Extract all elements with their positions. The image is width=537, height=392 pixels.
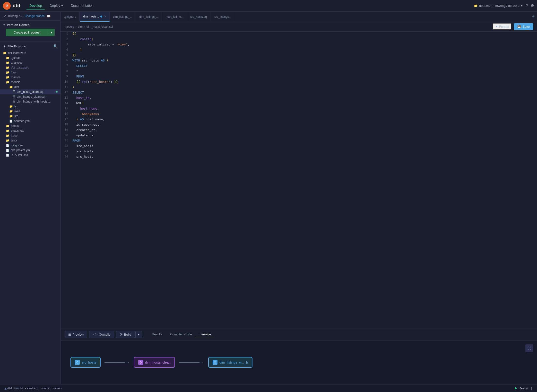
breadcrumb-actions: ✦ Format 💾 Save [493, 23, 533, 30]
tree-logs-label: logs [11, 71, 16, 74]
tree-github[interactable]: 📁 .github [0, 55, 61, 60]
tree-macros[interactable]: 📁 macros [0, 75, 61, 80]
folder-icon: 📁 [6, 66, 9, 69]
tree-analyses-label: analyses [11, 61, 22, 64]
tree-models[interactable]: 📁 models [0, 80, 61, 85]
compile-label: Compile [99, 333, 111, 336]
code-line-21: 21 FROM [61, 139, 537, 144]
breadcrumb-models[interactable]: models [65, 25, 74, 28]
branch-book-icon[interactable]: 📖 [46, 14, 51, 18]
version-control-header[interactable]: ▼ Version Control [3, 23, 58, 27]
nav-develop[interactable]: Develop [26, 2, 45, 9]
lineage-fullscreen-button[interactable]: ⛶ [525, 344, 533, 352]
add-tab-button[interactable]: + [529, 14, 537, 19]
file-icon: 📄 [6, 144, 9, 147]
tree-dim-hosts-clean-label: dim_hosts_clean.sql [17, 90, 43, 94]
tree-mart[interactable]: 📁 mart [0, 109, 61, 114]
model-node-icon: ⬡ [138, 360, 143, 365]
tab-dim-hosts[interactable]: dim_hosts... ⊙ [80, 12, 110, 22]
code-line-19: 19 created_at, [61, 128, 537, 133]
bottom-tab-compiled-code[interactable]: Compiled Code [166, 331, 196, 338]
tree-gitignore[interactable]: 📄 .gitignore [0, 143, 61, 148]
code-line-3: 3 materialized = 'view', [61, 42, 537, 48]
build-button[interactable]: ⚒ Build [116, 331, 135, 338]
lineage-node-dim-listings[interactable]: ⬡ dim_listings_w..._h [208, 357, 252, 368]
tab-gitignore[interactable]: .gitignore [61, 12, 80, 22]
tree-src[interactable]: 📁 src [0, 114, 61, 119]
tree-target-label: target [11, 134, 18, 137]
code-line-6: 6 WITH src_hosts AS ( [61, 58, 537, 64]
status-menu-icon[interactable]: ⋮ [530, 386, 533, 390]
folder-icon: 📁 [6, 129, 9, 132]
code-line-9: 9 FROM [61, 74, 537, 80]
format-button[interactable]: ✦ Format [493, 23, 511, 30]
logo-text: dbt [13, 3, 20, 9]
tree-dim-listings-hosts[interactable]: 🗄 dim_listings_with_hosts.... [0, 99, 61, 104]
compile-button[interactable]: </> Compile [89, 331, 114, 338]
tree-root[interactable]: 📁 dbt-learn-zero [0, 51, 61, 55]
tree-target[interactable]: 📁 target [0, 133, 61, 138]
code-line-1: 1 {{ [61, 32, 537, 37]
tree-dim-hosts-clean[interactable]: 🗄 dim_hosts_clean.sql [0, 89, 61, 94]
folder-icon: 📁 [6, 61, 9, 64]
main-layout: ⎇ mwong-d... Change branch 📖 ▼ Version C… [0, 12, 537, 384]
tree-dbt-project-yml[interactable]: 📄 dbt_project.yml [0, 148, 61, 153]
folder-icon: 📁 [6, 76, 9, 79]
tree-dim-listings-clean[interactable]: 🗄 dim_listings_clean.sql [0, 94, 61, 99]
tree-tests[interactable]: 📁 tests [0, 138, 61, 143]
breadcrumb-dim[interactable]: dim [78, 25, 83, 28]
bottom-tab-lineage[interactable]: Lineage [196, 331, 215, 338]
tree-fct[interactable]: 📁 fct [0, 104, 61, 109]
tab-gitignore-label: .gitignore [64, 15, 76, 18]
code-editor[interactable]: 1 {{ 2 config( 3 materialized = 'view', … [61, 32, 537, 329]
nav-right: 📁 dbt Learn - mwong / dbt zero ▾ ? ⚙ [474, 3, 534, 8]
tree-readme[interactable]: 📄 README.md [0, 153, 61, 157]
tree-analyses[interactable]: 📁 analyses [0, 60, 61, 65]
nav-documentation[interactable]: Documentation [67, 2, 97, 9]
preview-button[interactable]: ⊞ Preview [65, 331, 87, 338]
tab-dim-listings-2[interactable]: dim_listings_... [136, 12, 162, 22]
help-icon[interactable]: ? [526, 4, 528, 8]
tree-tests-label: tests [11, 139, 17, 142]
tab-src-listings-label: src_listings... [215, 15, 231, 18]
tree-logs[interactable]: 📁 logs [0, 70, 61, 75]
file-search-icon[interactable]: 🔍 [53, 44, 58, 48]
tab-mart-fullmo[interactable]: mart_fullmo... [162, 12, 187, 22]
create-pr-dropdown-icon[interactable]: ▾ [48, 31, 55, 34]
save-button[interactable]: 💾 Save [514, 23, 533, 30]
folder-icon: 📁 [9, 85, 13, 89]
code-line-5: 5 }} [61, 53, 537, 58]
file-explorer-toggle[interactable]: ▼ File Explorer [3, 44, 27, 48]
file-db-icon: 🗄 [13, 100, 15, 103]
folder-icon: 📁 [3, 51, 7, 55]
lineage-node-dim-hosts-clean[interactable]: ⬡ dim_hosts_clean [134, 357, 175, 368]
status-chevron-icon[interactable]: ▲ [4, 386, 7, 390]
create-pr-button[interactable]: Create pull request ▾ [6, 29, 55, 36]
file-icon: 📄 [6, 149, 9, 152]
settings-icon[interactable]: ⚙ [531, 3, 534, 8]
lineage-node-src-hosts[interactable]: ⬡ src_hosts [70, 357, 101, 368]
create-pr-label: Create pull request [6, 31, 48, 34]
tab-dim-listings-1[interactable]: dim_listings_... [110, 12, 136, 22]
preview-label: Preview [72, 333, 84, 336]
nav-deploy[interactable]: Deploy ▾ [46, 2, 66, 9]
lineage-dim-listings-label: dim_listings_w..._h [219, 360, 248, 364]
project-selector[interactable]: 📁 dbt Learn - mwong / dbt zero ▾ [474, 4, 523, 8]
bottom-tab-results[interactable]: Results [148, 331, 166, 338]
folder-icon: 📁 [9, 114, 13, 118]
tree-fct-label: fct [14, 105, 17, 108]
tab-src-hosts[interactable]: src_hosts.sql [187, 12, 211, 22]
build-dropdown-button[interactable]: ▾ [135, 331, 142, 338]
change-branch-link[interactable]: Change branch [25, 14, 44, 18]
code-line-14: 14 NVL( [61, 101, 537, 106]
tree-dim[interactable]: 📁 dim [0, 85, 61, 89]
tree-sources-yml[interactable]: 📄 sources.yml [0, 119, 61, 123]
code-line-18: 18 is_superhost, [61, 122, 537, 128]
folder-icon: 📁 [6, 71, 9, 74]
tree-snapshots[interactable]: 📁 snapshots [0, 128, 61, 133]
tree-dbt-packages[interactable]: 📁 dbt_packages [0, 65, 61, 70]
status-bar-left: ▲ [4, 386, 7, 390]
tree-seeds[interactable]: 📁 seeds [0, 123, 61, 128]
tab-close-icon[interactable]: ⊙ [104, 15, 106, 18]
tab-src-listings[interactable]: src_listings... [211, 12, 235, 22]
